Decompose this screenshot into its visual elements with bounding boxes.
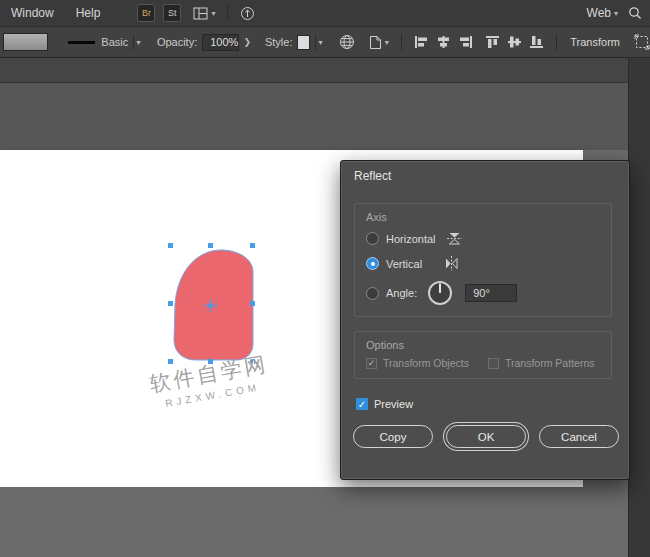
chevron-down-icon: ▾ xyxy=(614,9,618,18)
share-icon xyxy=(240,6,255,21)
stock-badge-icon[interactable]: St xyxy=(163,4,181,22)
dialog-title: Reflect xyxy=(354,169,391,183)
transform-panel-link[interactable]: Transform xyxy=(570,36,620,48)
bridge-badge-icon[interactable]: Br xyxy=(137,4,155,22)
copy-button[interactable]: Copy xyxy=(353,425,433,448)
radio-horizontal[interactable] xyxy=(366,232,379,245)
selection-handle[interactable] xyxy=(168,301,173,306)
chevron-down-icon: ▾ xyxy=(137,38,141,47)
controlbar-divider xyxy=(401,34,402,50)
free-transform-button[interactable] xyxy=(634,34,650,50)
radio-row-horizontal[interactable]: Horizontal xyxy=(366,231,463,246)
preview-checkbox[interactable]: ✓ xyxy=(356,398,368,410)
transform-objects-label: Transform Objects xyxy=(383,357,469,369)
preview-row[interactable]: ✓ Preview xyxy=(356,398,413,410)
options-group-label: Options xyxy=(366,339,404,351)
selection-handle[interactable] xyxy=(168,359,173,364)
control-bar: Basic ▾ Opacity: 100% ❯ Style: ▾ xyxy=(0,27,650,58)
reflect-horizontal-icon xyxy=(446,231,463,246)
align-middle-vertical-icon[interactable] xyxy=(507,35,522,49)
workspace-grid-icon xyxy=(193,7,208,20)
align-top-icon[interactable] xyxy=(485,35,500,49)
menubar-divider xyxy=(227,5,228,21)
ok-button[interactable]: OK xyxy=(446,425,526,448)
pasteboard-upper xyxy=(0,84,628,150)
axis-group-label: Axis xyxy=(366,211,387,223)
search-icon xyxy=(628,6,642,20)
opacity-label: Opacity: xyxy=(157,36,197,48)
workspace-menu-web[interactable]: Web ▾ xyxy=(587,6,618,20)
radio-angle[interactable] xyxy=(366,287,379,300)
menu-bar: Window Help Br St ▾ xyxy=(0,0,650,27)
transform-patterns-label: Transform Patterns xyxy=(505,357,594,369)
style-dropdown[interactable]: ▾ xyxy=(315,35,325,50)
graphic-style-swatch[interactable] xyxy=(297,35,310,50)
transform-patterns-checkbox[interactable]: ✓ xyxy=(488,358,499,369)
radio-vertical-label: Vertical xyxy=(386,258,422,270)
preview-label: Preview xyxy=(374,398,413,410)
cancel-button[interactable]: Cancel xyxy=(539,425,619,448)
pasteboard-bottom xyxy=(0,487,583,557)
stroke-preview xyxy=(68,41,95,44)
free-transform-icon xyxy=(634,34,650,50)
radio-row-angle[interactable]: Angle: 90° xyxy=(366,280,517,306)
chevron-down-icon: ▾ xyxy=(385,38,389,47)
style-label: Style: xyxy=(265,36,293,48)
globe-icon xyxy=(339,34,355,50)
selection-handle[interactable] xyxy=(250,243,255,248)
stroke-style-name[interactable]: Basic xyxy=(101,36,128,48)
angle-input[interactable]: 90° xyxy=(465,284,517,302)
align-center-horizontal-icon[interactable] xyxy=(436,35,451,49)
recolor-artwork-button[interactable] xyxy=(339,34,355,50)
selection-handle[interactable] xyxy=(168,243,173,248)
align-bottom-icon[interactable] xyxy=(529,35,544,49)
selection-handle[interactable] xyxy=(208,243,213,248)
document-header-band xyxy=(0,58,628,83)
opacity-flyout-chevron[interactable]: ❯ xyxy=(243,37,251,47)
horizontal-align-group xyxy=(414,35,473,49)
workspace-switcher[interactable]: ▾ xyxy=(193,7,215,20)
controlbar-divider xyxy=(556,34,557,50)
radio-angle-label: Angle: xyxy=(386,287,417,299)
vertical-align-group xyxy=(485,35,544,49)
transform-objects-checkbox[interactable]: ✓ xyxy=(366,358,377,369)
document-setup-button[interactable]: ▾ xyxy=(369,35,389,50)
fill-color-swatch[interactable] xyxy=(3,33,48,51)
options-group: Options ✓ Transform Objects ✓ Transform … xyxy=(354,331,612,379)
menu-window[interactable]: Window xyxy=(0,0,65,27)
radio-row-vertical[interactable]: Vertical xyxy=(366,255,459,272)
menu-help[interactable]: Help xyxy=(65,0,112,27)
share-button[interactable] xyxy=(240,6,255,21)
chevron-down-icon: ▾ xyxy=(211,9,215,18)
radio-vertical[interactable] xyxy=(366,257,379,270)
web-menu-label: Web xyxy=(587,6,611,20)
document-setup-icon xyxy=(369,35,382,50)
reflect-dialog: Reflect Axis Horizontal Vertical xyxy=(340,160,630,480)
selection-handle[interactable] xyxy=(250,301,255,306)
radio-horizontal-label: Horizontal xyxy=(386,233,436,245)
chevron-down-icon: ▾ xyxy=(319,38,323,47)
transform-patterns-row[interactable]: ✓ Transform Patterns xyxy=(488,357,594,369)
opacity-field[interactable]: 100% xyxy=(202,34,239,51)
align-right-icon[interactable] xyxy=(458,35,473,49)
stroke-style-dropdown[interactable]: ▾ xyxy=(133,35,143,50)
reflect-vertical-icon xyxy=(444,255,459,272)
illustrator-app: Window Help Br St ▾ xyxy=(0,0,650,557)
transform-objects-row[interactable]: ✓ Transform Objects xyxy=(366,357,469,369)
reference-point-crosshair[interactable] xyxy=(204,299,217,312)
axis-group: Axis Horizontal Vertical xyxy=(354,203,612,317)
panel-dock-strip[interactable] xyxy=(628,58,650,557)
angle-dial-icon[interactable] xyxy=(427,280,453,306)
align-left-icon[interactable] xyxy=(414,35,429,49)
search-button[interactable] xyxy=(628,6,642,20)
